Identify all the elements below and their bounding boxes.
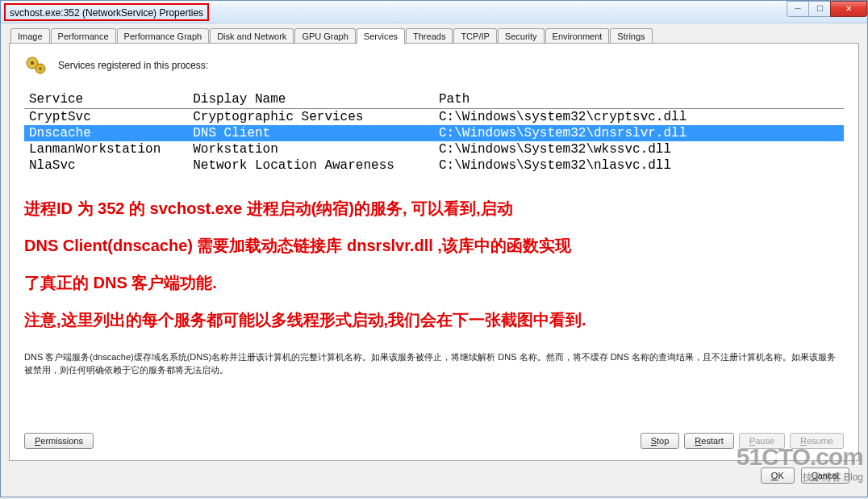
cell-display: Workstation — [188, 141, 434, 157]
column-service[interactable]: Service — [24, 90, 188, 109]
column-display-name[interactable]: Display Name — [188, 90, 434, 109]
minimize-button[interactable]: ─ — [787, 1, 809, 17]
tab-disk-and-network[interactable]: Disk and Network — [210, 28, 294, 44]
panel-header-label: Services registered in this process: — [58, 60, 208, 71]
cell-display: DNS Client — [188, 125, 434, 141]
annotation-line: 进程ID 为 352 的 svchost.exe 进程启动(纳宿)的服务, 可以… — [24, 190, 844, 227]
cell-service: Dnscache — [24, 125, 188, 141]
pause-button[interactable]: Pause — [739, 433, 785, 449]
tab-gpu-graph[interactable]: GPU Graph — [294, 28, 355, 44]
annotation-line: DNS Client(dnscache) 需要加载动态链接库 dnsrslvr.… — [24, 227, 844, 264]
service-description: DNS 客户端服务(dnscache)缓存域名系统(DNS)名称并注册该计算机的… — [24, 351, 844, 377]
cell-display: Network Location Awareness — [188, 157, 434, 174]
services-panel: Services registered in this process: Ser… — [9, 43, 859, 461]
resume-button[interactable]: Resume — [790, 433, 844, 449]
tab-security[interactable]: Security — [498, 28, 545, 44]
table-row[interactable]: CryptSvcCryptographic ServicesC:\Windows… — [24, 109, 844, 126]
tab-performance-graph[interactable]: Performance Graph — [117, 28, 210, 44]
window-controls: ─ ☐ ✕ — [787, 1, 867, 17]
tab-performance[interactable]: Performance — [51, 28, 116, 44]
ok-button[interactable]: OK — [761, 468, 795, 484]
cell-path: C:\Windows\system32\cryptsvc.dll — [434, 109, 844, 126]
dialog-footer: OK Cancel — [9, 461, 859, 489]
cancel-button[interactable]: Cancel — [801, 468, 849, 484]
table-header-row: Service Display Name Path — [24, 90, 844, 109]
services-table[interactable]: Service Display Name Path CryptSvcCrypto… — [24, 90, 844, 174]
annotation-line: 注意,这里列出的每个服务都可能以多线程形式启动,我们会在下一张截图中看到. — [24, 301, 844, 338]
window-title: svchost.exe:352 (NetworkService) Propert… — [7, 6, 206, 19]
tab-strip: ImagePerformancePerformance GraphDisk an… — [9, 28, 859, 44]
cell-service: CryptSvc — [24, 109, 188, 126]
table-row[interactable]: DnscacheDNS ClientC:\Windows\System32\dn… — [24, 125, 844, 141]
cell-path: C:\Windows\System32\wkssvc.dll — [434, 141, 844, 157]
restart-button[interactable]: Restart — [684, 433, 733, 449]
stop-button[interactable]: Stop — [641, 433, 680, 449]
tab-strings[interactable]: Strings — [610, 28, 652, 44]
tab-services[interactable]: Services — [357, 28, 405, 44]
maximize-button[interactable]: ☐ — [808, 1, 831, 17]
cell-service: LanmanWorkstation — [24, 141, 188, 157]
table-row[interactable]: NlaSvcNetwork Location AwarenessC:\Windo… — [24, 157, 844, 174]
annotation-overlay: 进程ID 为 352 的 svchost.exe 进程启动(纳宿)的服务, 可以… — [24, 190, 844, 338]
annotation-line: 了真正的 DNS 客户端功能. — [24, 264, 844, 301]
client-area: ImagePerformancePerformance GraphDisk an… — [1, 23, 867, 497]
panel-header: Services registered in this process: — [24, 55, 844, 76]
cell-display: Cryptographic Services — [188, 109, 434, 126]
tab-environment[interactable]: Environment — [545, 28, 610, 44]
properties-window: svchost.exe:352 (NetworkService) Propert… — [0, 0, 868, 497]
titlebar: svchost.exe:352 (NetworkService) Propert… — [1, 1, 867, 23]
cell-path: C:\Windows\System32\nlasvc.dll — [434, 157, 844, 174]
cell-path: C:\Windows\System32\dnsrslvr.dll — [434, 125, 844, 141]
gear-icon — [24, 55, 48, 76]
panel-button-bar: Permissions Stop Restart Pause Resume — [24, 420, 844, 449]
table-row[interactable]: LanmanWorkstationWorkstationC:\Windows\S… — [24, 141, 844, 157]
column-path[interactable]: Path — [434, 90, 844, 109]
tab-tcp/ip[interactable]: TCP/IP — [453, 28, 496, 44]
permissions-button[interactable]: Permissions — [24, 433, 94, 449]
tab-threads[interactable]: Threads — [406, 28, 453, 44]
svg-point-3 — [39, 67, 42, 70]
svg-point-1 — [31, 61, 34, 65]
tab-image[interactable]: Image — [10, 28, 50, 44]
close-button[interactable]: ✕ — [830, 1, 867, 17]
cell-service: NlaSvc — [24, 157, 188, 174]
title-highlight-box: svchost.exe:352 (NetworkService) Propert… — [4, 3, 209, 21]
